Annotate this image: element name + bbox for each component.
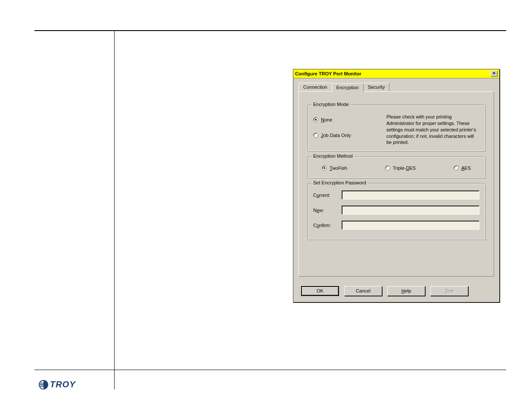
bottom-rule	[34, 370, 506, 370]
tab-connection[interactable]: Connection	[299, 83, 332, 91]
test-button: Test	[430, 286, 468, 296]
button-row: OK Cancel Help Test	[293, 282, 499, 302]
logo-text: TROY	[50, 380, 76, 389]
input-new-password[interactable]	[342, 206, 479, 215]
input-current-password[interactable]	[342, 190, 479, 199]
group-set-password: Set Encryption Password Current: New: Co…	[308, 183, 485, 240]
close-icon[interactable]: ✕	[491, 71, 498, 77]
cancel-button[interactable]: Cancel	[344, 286, 382, 296]
tab-security[interactable]: Security	[363, 83, 390, 91]
label-current: Current:	[313, 193, 342, 198]
radio-job-label: Job Data Only	[321, 133, 351, 138]
dialog-body: Connection Encryption Security Encryptio…	[293, 78, 499, 282]
group-encryption-mode: Encryption Mode None Job Data Only Pleas…	[308, 105, 485, 151]
troy-logo-icon	[39, 380, 48, 389]
input-confirm-password[interactable]	[342, 221, 479, 230]
radio-tripledes[interactable]	[385, 165, 390, 171]
dialog-title: Configure TROY Port Monitor	[295, 71, 361, 76]
logo: TROY	[39, 380, 76, 389]
radio-twofish[interactable]	[322, 165, 327, 171]
radio-row-none[interactable]: None	[313, 117, 378, 122]
radio-none[interactable]	[313, 117, 318, 122]
titlebar[interactable]: Configure TROY Port Monitor ✕	[293, 69, 499, 78]
legend-encryption-mode: Encryption Mode	[311, 102, 351, 107]
top-rule	[34, 30, 506, 31]
configure-dialog: Configure TROY Port Monitor ✕ Connection…	[293, 69, 500, 302]
help-button[interactable]: Help	[387, 286, 425, 296]
tab-panel-encryption: Encryption Mode None Job Data Only Pleas…	[299, 91, 494, 277]
ok-button[interactable]: OK	[301, 286, 339, 296]
radio-job-data-only[interactable]	[313, 133, 318, 138]
radio-none-label: None	[321, 117, 332, 122]
mode-help-text: Please check with your printing Administ…	[386, 112, 479, 146]
group-encryption-method: Encryption Method TwoFish Triple-DES AES	[308, 156, 485, 178]
radio-row-tripledes[interactable]: Triple-DES	[385, 165, 416, 171]
tab-encryption[interactable]: Encryption	[332, 83, 364, 92]
legend-set-password: Set Encryption Password	[311, 180, 368, 185]
radio-row-twofish[interactable]: TwoFish	[322, 165, 347, 171]
radio-tripledes-label: Triple-DES	[393, 165, 416, 171]
vertical-rule	[114, 30, 115, 389]
radio-twofish-label: TwoFish	[330, 165, 347, 171]
label-new: New:	[313, 208, 342, 213]
tabstrip: Connection Encryption Security	[299, 83, 494, 91]
legend-encryption-method: Encryption Method	[311, 153, 355, 159]
radio-row-job[interactable]: Job Data Only	[313, 133, 378, 138]
radio-aes[interactable]	[454, 165, 459, 171]
radio-row-aes[interactable]: AES	[454, 165, 471, 171]
label-confirm: Confirm:	[313, 223, 342, 228]
radio-aes-label: AES	[461, 165, 471, 171]
